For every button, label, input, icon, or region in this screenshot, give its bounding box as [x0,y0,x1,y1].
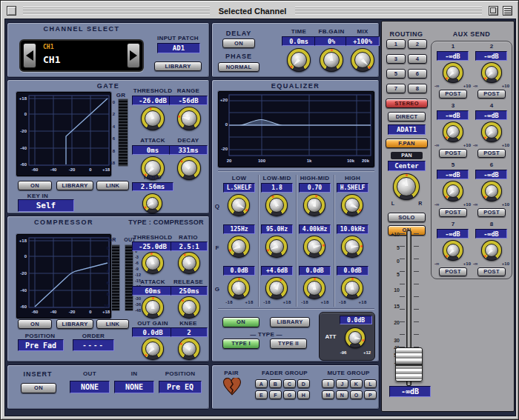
gate-library-button[interactable]: LIBRARY [56,181,93,190]
eq-highmid-g-value[interactable]: 0.0dB [299,266,331,276]
mute-group-o[interactable]: O [350,390,363,399]
fader-group-g[interactable]: G [283,390,296,399]
fader-handle[interactable] [395,347,423,381]
fader-group-f[interactable]: F [269,390,282,399]
gate-attack-value[interactable]: 0ms [132,145,173,155]
routing-direct-button[interactable]: DIRECT [388,112,426,121]
comp-outgain-value[interactable]: 0.0dB [132,327,173,337]
gate-hold-knob[interactable] [142,193,162,213]
comp-release-value[interactable]: 250ms [171,286,208,296]
eq-lowmid-q-knob[interactable] [265,194,288,216]
comp-library-button[interactable]: LIBRARY [56,319,93,329]
aux-3-value[interactable]: -∞dB [437,110,469,120]
delay-mix-value[interactable]: +100% [346,36,380,46]
aux-8-value[interactable]: -∞dB [475,229,507,239]
insert-out-value[interactable]: NONE [70,381,110,393]
routing-bus-5[interactable]: 5 [386,69,406,79]
eq-highmid-q-value[interactable]: 0.70 [299,183,331,193]
routing-stereo-button[interactable]: STEREO [386,99,428,108]
routing-bus-2[interactable]: 2 [408,39,427,49]
aux-7-value[interactable]: -∞dB [437,229,469,239]
comp-position-value[interactable]: Pre Fad [18,339,64,351]
routing-bus-8[interactable]: 8 [408,84,427,93]
channel-prev-button[interactable] [23,43,36,68]
eq-on-button[interactable]: ON [222,317,260,327]
close-box-icon[interactable] [7,6,16,16]
input-patch-library-button[interactable]: LIBRARY [154,61,202,71]
insert-in-value[interactable]: NONE [114,381,154,393]
eq-high-q-knob[interactable] [341,194,363,216]
eq-type2-button[interactable]: TYPE II [270,339,307,349]
delay-mix-knob[interactable] [351,48,374,72]
delay-time-value[interactable]: 0.0ms [282,36,316,46]
channel-next-button[interactable] [127,43,140,68]
gate-hold-value[interactable]: 2.56ms [132,182,173,191]
aux-1-value[interactable]: -∞dB [437,51,469,61]
title-bar[interactable]: Selected Channel [4,4,515,18]
eq-low-q-value[interactable]: L.SHELF [223,183,255,193]
eq-low-f-value[interactable]: 125Hz [223,224,255,234]
aux-5-knob[interactable] [443,181,463,201]
comp-outgain-knob[interactable] [142,338,164,360]
comp-ratio-value[interactable]: 2.5:1 [171,241,208,251]
comp-knee-value[interactable]: 2 [171,327,208,337]
routing-bus-6[interactable]: 6 [408,69,427,79]
mute-group-n[interactable]: N [336,390,348,399]
pan-knob[interactable] [393,173,420,200]
eq-low-g-knob[interactable] [228,277,250,299]
eq-high-g-knob[interactable] [341,277,363,299]
aux-2-post-button[interactable]: POST [477,90,506,99]
fader-group-d[interactable]: D [297,379,310,388]
comp-ratio-knob[interactable] [178,252,200,274]
comp-attack-knob[interactable] [142,296,164,319]
gate-range-value[interactable]: -56dB [169,96,208,105]
eq-lowmid-g-value[interactable]: +4.6dB [261,266,293,276]
aux-2-value[interactable]: -∞dB [475,51,507,61]
aux-2-knob[interactable] [481,62,502,83]
eq-highmid-f-knob[interactable] [303,236,325,258]
comp-release-knob[interactable] [178,296,200,319]
routing-bus-3[interactable]: 3 [386,54,406,64]
eq-low-q-knob[interactable] [228,194,250,216]
fader-group-a[interactable]: A [255,379,268,388]
gate-decay-value[interactable]: 331ms [169,145,208,155]
aux-1-post-button[interactable]: POST [439,90,467,99]
aux-6-post-button[interactable]: POST [477,208,506,217]
comp-knee-knob[interactable] [178,338,200,360]
aux-5-post-button[interactable]: POST [439,208,467,217]
eq-highmid-g-knob[interactable] [303,277,325,299]
aux-4-knob[interactable] [481,121,502,142]
aux-7-knob[interactable] [443,240,463,261]
mute-group-m[interactable]: M [322,390,334,399]
zoom-box-icon[interactable] [489,6,498,16]
collapse-box-icon[interactable] [503,6,512,16]
mute-group-k[interactable]: K [350,379,363,388]
eq-lowmid-f-knob[interactable] [265,236,288,258]
broken-heart-icon[interactable] [222,378,242,397]
aux-5-value[interactable]: -∞dB [437,170,469,179]
aux-3-knob[interactable] [443,121,463,142]
delay-fbgain-knob[interactable] [320,48,343,72]
insert-on-button[interactable]: ON [21,383,56,393]
mute-group-j[interactable]: J [336,379,348,388]
aux-8-knob[interactable] [481,240,502,261]
routing-bus-1[interactable]: 1 [386,39,406,49]
gate-keyin-value[interactable]: Self [18,199,74,212]
eq-highmid-f-value[interactable]: 4.00kHz [299,224,331,234]
delay-on-button[interactable]: ON [222,39,255,48]
aux-8-post-button[interactable]: POST [477,267,506,276]
comp-on-button[interactable]: ON [18,319,52,329]
phase-normal-button[interactable]: NORMAL [218,62,260,72]
eq-att-knob[interactable] [345,327,366,348]
eq-library-button[interactable]: LIBRARY [270,317,310,327]
aux-4-value[interactable]: -∞dB [475,110,507,120]
delay-time-knob[interactable] [287,48,311,72]
routing-bus-7[interactable]: 7 [386,84,406,93]
delay-fbgain-value[interactable]: 0% [314,36,348,46]
eq-high-f-knob[interactable] [341,236,363,258]
pan-value[interactable]: Center [388,161,426,171]
gate-link-button[interactable]: LINK [96,181,129,190]
comp-threshold-value[interactable]: -25.0dB [132,241,173,251]
aux-3-post-button[interactable]: POST [439,149,467,158]
solo-button[interactable]: SOLO [388,213,426,222]
